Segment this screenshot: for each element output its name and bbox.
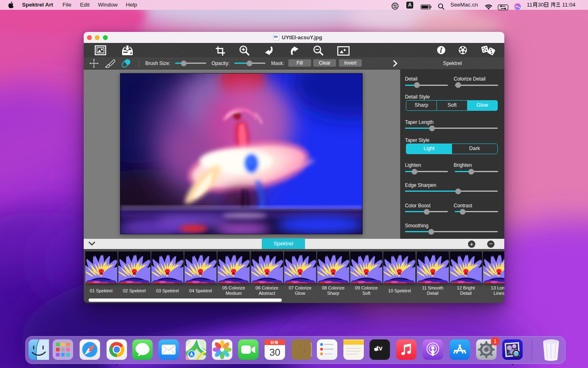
svg-text:30: 30 bbox=[269, 347, 280, 358]
svg-text:tv: tv bbox=[377, 345, 383, 352]
